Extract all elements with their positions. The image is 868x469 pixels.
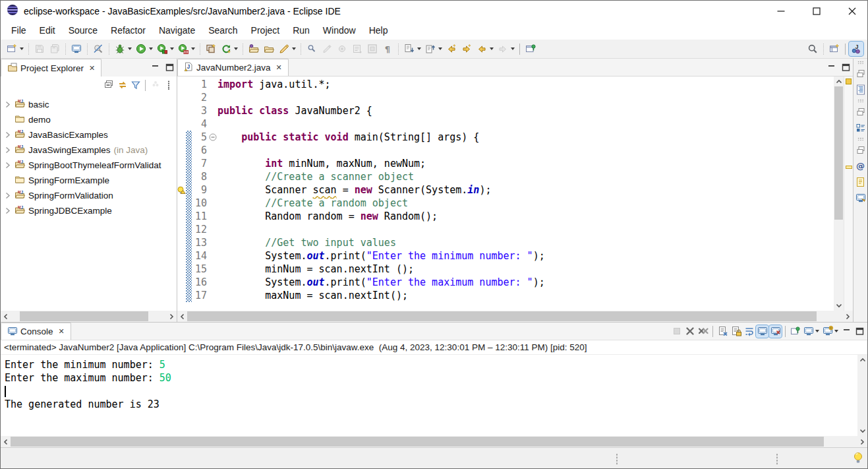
show-stderr-button[interactable] xyxy=(769,325,782,338)
open-console-dropdown-button-dropdown[interactable] xyxy=(834,330,838,334)
maximize-explorer-button[interactable] xyxy=(162,59,177,77)
code-line[interactable]: 5 public static void main(String[] args)… xyxy=(177,131,834,144)
minimize-explorer-button[interactable] xyxy=(148,59,162,77)
refresh-button-dropdown[interactable] xyxy=(234,47,238,52)
tree-item-springformvalidation[interactable]: JMSpringFormValidation xyxy=(1,188,177,203)
scrollbar-thumb[interactable] xyxy=(187,311,817,321)
tree-item-springbootthymeleafformvalidat[interactable]: JMSpringBootThymeleafFormValidat xyxy=(1,158,177,173)
menu-help[interactable]: Help xyxy=(362,22,395,38)
scrollbar-track[interactable] xyxy=(187,311,843,322)
scroll-down-icon[interactable] xyxy=(834,301,844,311)
menu-run[interactable]: Run xyxy=(286,22,316,38)
tasklist-view-button[interactable] xyxy=(854,121,867,134)
forward-button-dropdown[interactable] xyxy=(511,47,515,52)
explorer-horizontal-scrollbar[interactable] xyxy=(1,311,177,322)
external-tools-button[interactable] xyxy=(277,42,291,56)
open-resource-button[interactable] xyxy=(262,42,276,56)
code-line[interactable]: 14 System.out.print("Enter the minimum n… xyxy=(177,249,834,263)
notifications-lightbulb-icon[interactable] xyxy=(853,452,863,466)
pin-console-button[interactable] xyxy=(789,325,801,338)
remove-launch-button[interactable] xyxy=(683,325,696,338)
close-editor-tab-icon[interactable]: ✕ xyxy=(276,63,282,72)
filters-button[interactable] xyxy=(129,79,142,92)
code-line[interactable]: 17 maxNum = scan.nextInt(); xyxy=(177,289,834,302)
maximize-button[interactable] xyxy=(854,325,866,338)
expand-chevron-icon[interactable] xyxy=(4,101,11,108)
window-close-button[interactable] xyxy=(837,1,867,21)
code-editor[interactable]: 1import java.util.*;23public class JavaN… xyxy=(177,77,834,311)
maximize-editor-button[interactable] xyxy=(838,59,853,76)
skip-breakpoints-button[interactable] xyxy=(91,42,105,56)
coverage-button[interactable] xyxy=(155,42,169,56)
next-edit-location-button[interactable] xyxy=(459,42,474,56)
code-line[interactable]: 2 xyxy=(177,91,834,104)
expand-chevron-icon[interactable] xyxy=(4,146,11,154)
code-line[interactable]: 9 Scanner scan = new Scanner(System.in); xyxy=(177,183,834,197)
new-wizard-button-dropdown[interactable] xyxy=(20,47,24,52)
code-line[interactable]: 7 int minNum, maxNum, newNum; xyxy=(177,157,834,170)
pin-editor-button[interactable] xyxy=(523,42,538,56)
profile-button[interactable] xyxy=(176,42,190,56)
code-line[interactable]: 6 xyxy=(177,144,834,157)
scroll-left-icon[interactable] xyxy=(1,437,11,447)
menu-edit[interactable]: Edit xyxy=(33,22,62,38)
scrollbar-thumb[interactable] xyxy=(834,86,843,220)
code-line[interactable]: 11 Random random = new Random(); xyxy=(177,210,834,223)
tree-item-springjdbcexample[interactable]: JMSpringJDBCExample xyxy=(1,203,177,218)
show-stdout-button[interactable] xyxy=(756,325,768,338)
outline-view-button[interactable] xyxy=(854,83,867,96)
restore-view-button[interactable] xyxy=(854,106,867,118)
minimize-editor-button[interactable] xyxy=(824,59,838,76)
console-view-button[interactable] xyxy=(854,191,867,204)
project-explorer-tab[interactable]: Project Explorer ✕ xyxy=(1,59,101,77)
clear-console-button[interactable] xyxy=(716,325,729,338)
tree-item-demo[interactable]: demo xyxy=(1,112,177,127)
scroll-up-icon[interactable] xyxy=(834,77,844,86)
restore-view-button[interactable] xyxy=(854,67,867,80)
expand-chevron-icon[interactable] xyxy=(4,192,11,199)
scroll-left-icon[interactable] xyxy=(177,311,187,321)
menu-project[interactable]: Project xyxy=(245,22,287,38)
new-wizard-button[interactable] xyxy=(5,42,19,56)
code-line[interactable]: 3public class JavaNumber2 { xyxy=(177,104,834,117)
run-button[interactable] xyxy=(134,42,148,56)
overview-warning-marker[interactable] xyxy=(846,166,852,169)
tree-item-javabasicexamples[interactable]: JMJavaBasicExamples xyxy=(1,127,177,142)
scroll-up-icon[interactable] xyxy=(857,355,867,365)
code-line[interactable]: 1import java.util.*; xyxy=(177,78,834,91)
close-console-icon[interactable]: ✕ xyxy=(59,327,65,336)
restore-view-button[interactable] xyxy=(854,144,867,156)
console-tab[interactable]: Console ✕ xyxy=(1,323,71,340)
minimize-button[interactable] xyxy=(840,325,853,338)
word-wrap-button[interactable] xyxy=(743,325,755,338)
run-button-dropdown[interactable] xyxy=(149,47,153,52)
tree-item-basic[interactable]: JMbasic xyxy=(1,97,177,112)
open-type-button[interactable] xyxy=(246,42,261,56)
menu-navigate[interactable]: Navigate xyxy=(152,22,202,38)
console-vertical-scrollbar[interactable] xyxy=(857,355,867,436)
previous-annotation-button-dropdown[interactable] xyxy=(438,47,442,52)
expand-chevron-icon[interactable] xyxy=(4,131,11,139)
open-console-button[interactable] xyxy=(69,42,84,56)
scrollbar-track[interactable] xyxy=(11,436,857,447)
link-editor-button[interactable] xyxy=(116,79,129,92)
open-perspective-button[interactable] xyxy=(827,42,842,56)
search-button[interactable] xyxy=(805,42,820,56)
menu-search[interactable]: Search xyxy=(202,22,244,38)
scroll-down-icon[interactable] xyxy=(857,426,867,436)
scroll-right-icon[interactable] xyxy=(843,311,853,321)
code-line[interactable]: 8 //Create a scanner object xyxy=(177,170,834,183)
code-line[interactable]: 13 //Get two input values xyxy=(177,236,834,249)
scrollbar-track[interactable] xyxy=(11,311,167,322)
menu-refactor[interactable]: Refactor xyxy=(104,22,152,38)
code-line[interactable]: 4 xyxy=(177,117,834,131)
refresh-button[interactable] xyxy=(219,42,233,56)
close-project-explorer-icon[interactable]: ✕ xyxy=(89,64,95,73)
scroll-right-icon[interactable] xyxy=(167,311,177,321)
external-tools-button-dropdown[interactable] xyxy=(292,47,296,52)
code-line[interactable]: 16 System.out.print("Enter the maximum n… xyxy=(177,276,834,289)
console-horizontal-scrollbar[interactable] xyxy=(1,436,867,447)
expand-chevron-icon[interactable] xyxy=(4,207,11,214)
next-annotation-button[interactable] xyxy=(402,42,417,56)
menu-source[interactable]: Source xyxy=(62,22,104,38)
